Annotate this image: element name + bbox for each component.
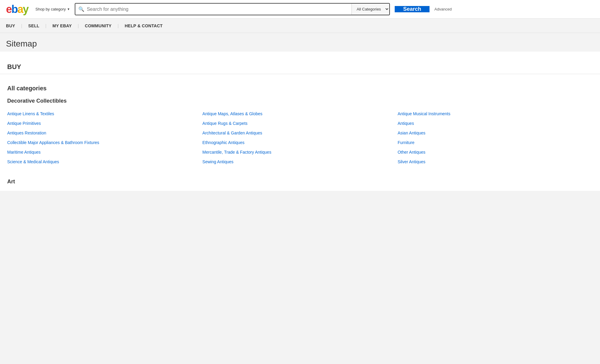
nav-separator-3: | <box>78 23 79 28</box>
logo-e: e <box>6 3 11 15</box>
search-bar: 🔍 All Categories <box>75 3 390 15</box>
search-input[interactable] <box>87 7 348 12</box>
link-maritime[interactable]: Maritime Antiques <box>7 147 202 157</box>
link-furniture[interactable]: Furniture <box>398 138 593 147</box>
all-categories-title: All categories <box>0 79 600 98</box>
link-architectural-garden[interactable]: Architectural & Garden Antiques <box>202 128 397 138</box>
link-antique-musical[interactable]: Antique Musical Instruments <box>398 109 593 119</box>
link-antiques[interactable]: Antiques <box>398 119 593 128</box>
link-antique-linens[interactable]: Antique Linens & Textiles <box>7 109 202 119</box>
logo-b: b <box>11 3 17 15</box>
logo-a: a <box>17 3 23 15</box>
logo-y: y <box>23 3 28 15</box>
shop-by-category-label: Shop by category <box>35 7 66 11</box>
main-content: BUY All categories Decorative Collectibl… <box>0 52 600 191</box>
buy-section-header: BUY <box>0 58 600 74</box>
link-mercantile[interactable]: Mercantile, Trade & Factory Antiques <box>202 147 397 157</box>
ebay-logo[interactable]: ebay <box>6 4 28 15</box>
nav-separator-2: | <box>45 23 47 28</box>
tab-community[interactable]: COMMUNITY <box>80 23 116 28</box>
decorative-collectibles-title: Decorative Collectibles <box>7 98 593 104</box>
decorative-collectibles-section: Decorative Collectibles Antique Linens &… <box>0 98 600 176</box>
shop-by-category-button[interactable]: Shop by category ▼ <box>35 7 70 11</box>
decorative-collectibles-grid: Antique Linens & Textiles Antique Maps, … <box>7 109 593 167</box>
link-antique-primitives[interactable]: Antique Primitives <box>7 119 202 128</box>
page-title: Sitemap <box>6 39 594 49</box>
tab-help-contact[interactable]: HELP & CONTACT <box>120 23 167 28</box>
nav-separator-4: | <box>118 23 119 28</box>
link-collectible-appliances[interactable]: Collectible Major Appliances & Bathroom … <box>7 138 202 147</box>
link-asian-antiques[interactable]: Asian Antiques <box>398 128 593 138</box>
link-antiques-restoration[interactable]: Antiques Restoration <box>7 128 202 138</box>
art-section-title: Art <box>0 176 600 185</box>
search-button[interactable]: Search <box>395 6 430 12</box>
link-antique-maps[interactable]: Antique Maps, Atlases & Globes <box>202 109 397 119</box>
chevron-down-icon: ▼ <box>67 8 70 11</box>
link-ethnographic[interactable]: Ethnographic Antiques <box>202 138 397 147</box>
search-input-wrapper: 🔍 <box>75 4 351 15</box>
tab-buy[interactable]: BUY <box>6 23 20 28</box>
tab-my-ebay[interactable]: MY EBAY <box>48 23 77 28</box>
category-select[interactable]: All Categories <box>351 4 389 15</box>
advanced-link[interactable]: Advanced <box>434 7 452 11</box>
link-other-antiques[interactable]: Other Antiques <box>398 147 593 157</box>
link-sewing-antiques[interactable]: Sewing Antiques <box>202 157 397 167</box>
nav-tabs: BUY | SELL | MY EBAY | COMMUNITY | HELP … <box>0 19 600 33</box>
buy-label: BUY <box>7 63 21 71</box>
link-antique-rugs[interactable]: Antique Rugs & Carpets <box>202 119 397 128</box>
search-icon: 🔍 <box>78 6 84 12</box>
nav-separator-1: | <box>21 23 22 28</box>
tab-sell[interactable]: SELL <box>23 23 44 28</box>
link-science-medical[interactable]: Science & Medical Antiques <box>7 157 202 167</box>
link-silver-antiques[interactable]: Silver Antiques <box>398 157 593 167</box>
header: ebay Shop by category ▼ 🔍 All Categories… <box>0 0 600 19</box>
page-title-bar: Sitemap <box>0 33 600 52</box>
